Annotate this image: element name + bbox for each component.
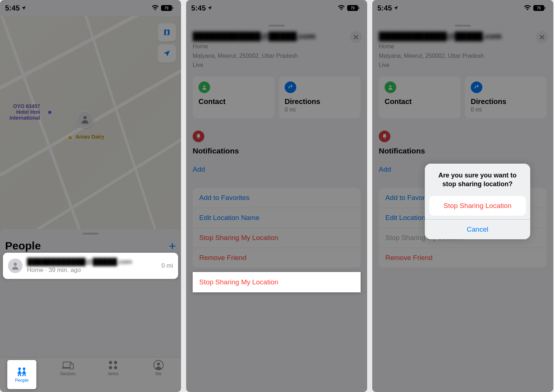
highlight-people-tab: People (7, 360, 36, 389)
status-bar: 5:45 79 (186, 0, 367, 16)
svg-rect-6 (70, 364, 73, 369)
svg-point-7 (109, 361, 112, 364)
alert-cancel-button[interactable]: Cancel (425, 219, 530, 239)
confirm-alert: Are you sure you want to stop sharing lo… (425, 164, 530, 239)
people-drawer[interactable]: People + ████████████@█████.com Home · 3… (0, 229, 181, 331)
svg-point-13 (14, 263, 17, 266)
map-poi-dairy: Arnav Dairy (76, 134, 104, 140)
tab-label: Items (108, 371, 119, 376)
notifications-section: Notifications (186, 121, 367, 160)
contact-tile: Contact (379, 76, 461, 118)
map-person-pin[interactable] (76, 111, 94, 128)
tab-label: Me (155, 371, 161, 376)
notifications-section: Notifications (372, 121, 553, 160)
person-live-status: Live (193, 61, 361, 69)
screenshot-1-people-list: 5:45 79 OYO 83457 Hotel Hmi (0, 0, 181, 392)
person-name: ████████████@█████.com (379, 32, 547, 41)
map[interactable]: OYO 83457 Hotel Hmi International Arnav … (0, 16, 181, 235)
me-icon (153, 360, 164, 371)
battery-icon: 79 (347, 5, 359, 11)
bell-icon (193, 131, 204, 142)
status-time: 5:45 (377, 4, 392, 12)
svg-point-9 (109, 366, 112, 369)
battery-icon: 79 (533, 5, 545, 11)
tab-devices[interactable]: Devices (45, 360, 91, 392)
contact-label: Contact (198, 97, 269, 106)
directions-label: Directions (285, 97, 355, 106)
person-name: ████████████@█████.com (193, 32, 361, 41)
alert-stop-sharing-button[interactable]: Stop Sharing Location (429, 196, 526, 216)
devices-icon (62, 360, 74, 371)
status-bar: 5:45 79 (0, 0, 181, 16)
drawer-grabber[interactable] (83, 233, 99, 235)
edit-location-name-button[interactable]: Edit Location Name (193, 208, 361, 228)
highlight-person-row: ████████████@█████.com Home · 39 min. ag… (3, 253, 178, 279)
screenshot-2-person-detail: 5:45 79 ████████████@█████.com Home Maly… (186, 0, 367, 392)
add-person-button[interactable]: + (169, 240, 176, 252)
wifi-icon (152, 4, 159, 12)
screenshot-3-confirm-alert: 5:45 79 ████████████@█████.com Home Maly… (372, 0, 553, 392)
directions-icon (471, 81, 482, 93)
svg-point-16 (203, 85, 205, 87)
location-services-icon (207, 4, 212, 12)
locate-me-button[interactable] (158, 44, 176, 63)
map-poi-dot-dairy (68, 135, 73, 140)
location-services-icon (21, 4, 26, 12)
tab-label: Devices (60, 371, 76, 376)
notifications-label: Notifications (193, 147, 361, 155)
bell-icon (379, 131, 390, 142)
highlight-stop-sharing: Stop Sharing My Location (193, 272, 361, 292)
map-poi-dot-hotel (47, 110, 52, 115)
alert-message: Are you sure you want to stop sharing lo… (425, 164, 530, 196)
contact-icon (198, 81, 210, 93)
directions-distance: 0 mi (285, 107, 355, 113)
status-time: 5:45 (5, 4, 20, 12)
svg-point-10 (114, 366, 117, 369)
location-services-icon (393, 4, 398, 12)
person-address: Malyana, Meerut, 250002, Uttar Pradesh (379, 52, 547, 60)
contact-tile[interactable]: Contact (193, 76, 274, 118)
items-icon (108, 360, 118, 371)
tab-me[interactable]: Me (136, 360, 181, 392)
add-notification-button[interactable]: Add (186, 160, 367, 179)
directions-icon (285, 81, 296, 93)
person-detail-sheet[interactable]: ████████████@█████.com Home Malyana, Mee… (186, 21, 367, 392)
svg-point-12 (157, 363, 160, 365)
person-address: Malyana, Meerut, 250002, Uttar Pradesh (193, 52, 361, 60)
person-location-label: Home (379, 43, 547, 51)
drawer-title: People (5, 240, 41, 252)
battery-icon: 79 (161, 5, 173, 11)
add-favorites-button[interactable]: Add to Favorites (193, 188, 361, 208)
svg-point-8 (114, 361, 117, 364)
wifi-icon (338, 4, 345, 12)
map-mode-button[interactable] (158, 23, 176, 41)
directions-tile[interactable]: Directions 0 mi (279, 76, 361, 118)
contact-icon (385, 81, 396, 93)
svg-point-0 (83, 116, 87, 119)
svg-point-17 (389, 85, 391, 87)
sheet-grabber (455, 25, 471, 27)
directions-tile: Directions 0 mi (465, 76, 547, 118)
tab-items[interactable]: Items (91, 360, 136, 392)
sheet-grabber[interactable] (269, 25, 285, 27)
wifi-icon (524, 4, 531, 12)
person-location-label: Home (193, 43, 361, 51)
status-time: 5:45 (191, 4, 206, 12)
map-poi-hotel: OYO 83457 Hotel Hmi International (9, 103, 40, 121)
remove-friend-button[interactable]: Remove Friend (193, 248, 361, 268)
person-live-status: Live (379, 61, 547, 69)
stop-sharing-button[interactable]: Stop Sharing My Location (193, 228, 361, 248)
status-bar: 5:45 79 (372, 0, 553, 16)
